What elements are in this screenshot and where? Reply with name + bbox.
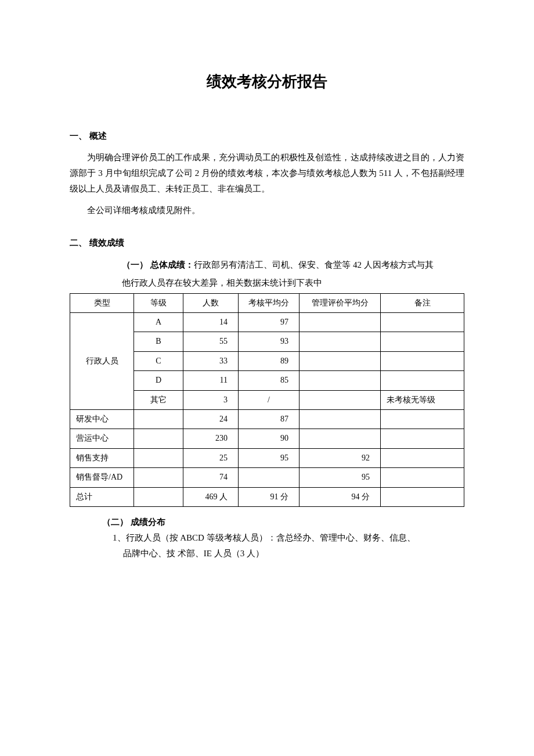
overall-score-line1: （一） 总体成绩：行政部另有清洁工、司机、保安、食堂等 42 人因考核方式与其 <box>70 257 464 273</box>
td-count: 24 <box>183 409 239 429</box>
table-row: 营运中心 230 90 <box>70 429 464 448</box>
table-row: 行政人员 A 14 97 <box>70 312 464 332</box>
td-type: 销售支持 <box>70 448 134 467</box>
td-avg: 91 分 <box>239 487 300 506</box>
table-row-total: 总计 469 人 91 分 94 分 <box>70 487 464 506</box>
td-note <box>381 371 464 390</box>
score-table: 类型 等级 人数 考核平均分 管理评价平均分 备注 行政人员 A 14 97 B… <box>70 293 464 507</box>
distribution-line1: 1、行政人员（按 ABCD 等级考核人员）：含总经办、管理中心、财务、信息、 <box>70 530 464 546</box>
td-count: 469 人 <box>183 487 239 506</box>
page-title: 绩效考核分析报告 <box>70 70 464 94</box>
td-mgr: 94 分 <box>300 487 381 506</box>
td-note <box>381 351 464 370</box>
td-grade: C <box>134 351 183 370</box>
th-avg: 考核平均分 <box>239 293 300 312</box>
td-mgr: 92 <box>300 448 381 467</box>
td-note <box>381 487 464 506</box>
th-type: 类型 <box>70 293 134 312</box>
section1-paragraph1: 为明确合理评价员工的工作成果，充分调动员工的积极性及创造性，达成持续改进之目的，… <box>70 150 464 197</box>
td-avg: 85 <box>239 371 300 390</box>
td-note <box>381 312 464 332</box>
td-count: 25 <box>183 448 239 467</box>
section2-heading: 二、 绩效成绩 <box>70 236 464 250</box>
td-grade: D <box>134 371 183 390</box>
table-row: 销售支持 25 95 92 <box>70 448 464 467</box>
td-count: 33 <box>183 351 239 370</box>
td-grade <box>134 487 183 506</box>
td-grade <box>134 409 183 429</box>
td-note <box>381 429 464 448</box>
section1-heading: 一、 概述 <box>70 129 464 143</box>
th-mgr: 管理评价平均分 <box>300 293 381 312</box>
td-mgr <box>300 351 381 370</box>
td-avg: 90 <box>239 429 300 448</box>
td-count: 11 <box>183 371 239 390</box>
td-grade <box>134 448 183 467</box>
td-avg: 89 <box>239 351 300 370</box>
td-mgr <box>300 390 381 409</box>
overall-text1: 行政部另有清洁工、司机、保安、食堂等 42 人因考核方式与其 <box>194 260 434 269</box>
td-grade <box>134 468 183 487</box>
td-grade <box>134 429 183 448</box>
td-mgr <box>300 409 381 429</box>
td-avg: 97 <box>239 312 300 332</box>
td-avg: / <box>239 390 300 409</box>
td-grade: A <box>134 312 183 332</box>
td-type: 总计 <box>70 487 134 506</box>
td-count: 230 <box>183 429 239 448</box>
td-mgr <box>300 371 381 390</box>
table-header-row: 类型 等级 人数 考核平均分 管理评价平均分 备注 <box>70 293 464 312</box>
td-note <box>381 468 464 487</box>
td-grade: B <box>134 332 183 351</box>
td-mgr: 95 <box>300 468 381 487</box>
th-grade: 等级 <box>134 293 183 312</box>
td-count: 14 <box>183 312 239 332</box>
th-note: 备注 <box>381 293 464 312</box>
distribution-label: （二） 成绩分布 <box>70 515 464 529</box>
td-count: 3 <box>183 390 239 409</box>
section1-paragraph2: 全公司详细考核成绩见附件。 <box>70 203 464 218</box>
td-avg: 95 <box>239 448 300 467</box>
td-note <box>381 409 464 429</box>
td-count: 55 <box>183 332 239 351</box>
distribution-line2: 品牌中心、技 术部、IE 人员（3 人） <box>70 546 464 561</box>
td-type: 行政人员 <box>70 312 134 409</box>
table-row: 销售督导/AD 74 95 <box>70 468 464 487</box>
overall-label: （一） 总体成绩： <box>122 260 194 269</box>
td-type: 营运中心 <box>70 429 134 448</box>
td-avg: 93 <box>239 332 300 351</box>
table-row: 研发中心 24 87 <box>70 409 464 429</box>
td-mgr <box>300 312 381 332</box>
th-count: 人数 <box>183 293 239 312</box>
td-type: 销售督导/AD <box>70 468 134 487</box>
td-avg: 87 <box>239 409 300 429</box>
td-note <box>381 332 464 351</box>
td-mgr <box>300 429 381 448</box>
td-count: 74 <box>183 468 239 487</box>
overall-score-line2: 他行政人员存在较大差异，相关数据未统计到下表中 <box>70 275 464 291</box>
td-note: 未考核无等级 <box>381 390 464 409</box>
td-type: 研发中心 <box>70 409 134 429</box>
td-note <box>381 448 464 467</box>
td-grade: 其它 <box>134 390 183 409</box>
td-mgr <box>300 332 381 351</box>
td-avg <box>239 468 300 487</box>
